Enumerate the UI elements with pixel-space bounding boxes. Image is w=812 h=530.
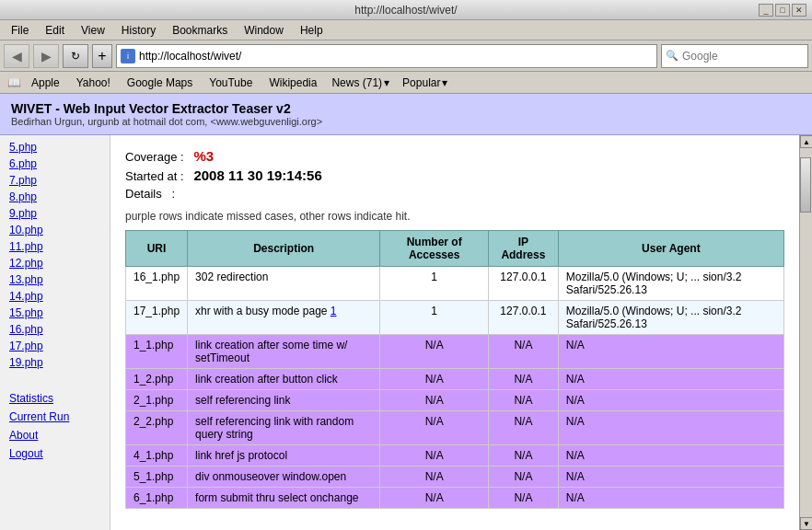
cell-ip: 127.0.0.1 xyxy=(489,267,559,301)
cell-accesses: 1 xyxy=(380,301,489,335)
bookmark-googlemaps[interactable]: Google Maps xyxy=(120,75,200,91)
cell-ip: N/A xyxy=(489,390,559,411)
main-content: WIVET - Web Input Vector Extractor Tease… xyxy=(0,94,812,530)
cell-ip: N/A xyxy=(489,467,559,488)
col-uri: URI xyxy=(126,231,188,267)
menu-file[interactable]: File xyxy=(4,22,36,39)
cell-accesses: N/A xyxy=(380,369,489,390)
sidebar-link-15php[interactable]: 15.php xyxy=(0,305,110,321)
close-button[interactable]: ✕ xyxy=(792,4,806,17)
window-title: http://localhost/wivet/ xyxy=(354,4,457,17)
page-link[interactable]: 1 xyxy=(331,305,337,317)
bookmark-youtube[interactable]: YouTube xyxy=(202,75,260,91)
bookmark-popular[interactable]: Popular ▾ xyxy=(397,75,453,91)
started-value: 2008 11 30 19:14:56 xyxy=(193,167,321,183)
table-row: 4_1.php link href js protocol N/A N/A N/… xyxy=(126,445,784,467)
sidebar-link-5php[interactable]: 5.php xyxy=(0,139,110,156)
back-button[interactable]: ◀ xyxy=(4,44,29,68)
scrollbar-thumb[interactable] xyxy=(800,157,811,213)
window-controls[interactable]: _ □ ✕ xyxy=(759,4,806,17)
cell-ip: 127.0.0.1 xyxy=(489,301,559,335)
menu-history[interactable]: History xyxy=(114,22,163,39)
sidebar-statistics[interactable]: Statistics xyxy=(0,389,110,408)
address-input[interactable] xyxy=(139,50,653,63)
page-content: Coverage : %3 Started at : 2008 11 30 19… xyxy=(110,135,799,530)
table-row: 16_1.php 302 redirection 1 127.0.0.1 Moz… xyxy=(126,267,784,301)
search-input[interactable] xyxy=(682,50,783,63)
table-row: 1_2.php link creation after button click… xyxy=(126,369,784,390)
sidebar-about[interactable]: About xyxy=(0,426,110,444)
details-line: Details : xyxy=(125,187,784,201)
sidebar-link-17php[interactable]: 17.php xyxy=(0,338,110,354)
started-label: Started at : xyxy=(125,169,184,183)
bookmark-apple[interactable]: Apple xyxy=(24,75,67,91)
cell-description: self referencing link with random query … xyxy=(188,411,380,445)
cell-agent: N/A xyxy=(558,390,783,411)
cell-agent: Mozilla/5.0 (Windows; U; ... sion/3.2 Sa… xyxy=(558,267,783,301)
col-ip: IP Address xyxy=(489,231,559,267)
maximize-button[interactable]: □ xyxy=(775,4,790,17)
coverage-label: Coverage : xyxy=(125,150,184,164)
cell-uri: 1_1.php xyxy=(126,335,188,369)
menu-window[interactable]: Window xyxy=(237,22,291,39)
cell-uri: 5_1.php xyxy=(126,467,188,488)
cell-description: xhr with a busy mode page 1 xyxy=(188,301,380,335)
scrollbar-track[interactable] xyxy=(800,148,812,517)
sidebar-link-12php[interactable]: 12.php xyxy=(0,255,110,271)
cell-agent: N/A xyxy=(558,467,783,488)
sidebar-link-16php[interactable]: 16.php xyxy=(0,321,110,338)
bookmark-yahoo[interactable]: Yahoo! xyxy=(69,75,118,91)
bookmark-wikipedia[interactable]: Wikipedia xyxy=(261,75,324,91)
address-bar[interactable]: i xyxy=(116,44,657,68)
cell-agent: N/A xyxy=(558,335,783,369)
table-row: 5_1.php div onmouseover window.open N/A … xyxy=(126,467,784,488)
page-header: WIVET - Web Input Vector Extractor Tease… xyxy=(0,94,812,135)
cell-ip: N/A xyxy=(489,488,559,509)
coverage-value: %3 xyxy=(193,148,214,164)
hint-text: purple rows indicate missed cases, other… xyxy=(125,210,784,223)
menu-edit[interactable]: Edit xyxy=(38,22,72,39)
sidebar-link-8php[interactable]: 8.php xyxy=(0,189,110,205)
menu-bookmarks[interactable]: Bookmarks xyxy=(165,22,235,39)
toolbar: ◀ ▶ ↻ + i 🔍 xyxy=(0,40,812,72)
scroll-down-button[interactable]: ▼ xyxy=(800,517,812,530)
table-row: 2_1.php self referencing link N/A N/A N/… xyxy=(126,390,784,411)
bookmarks-icon[interactable]: 📖 xyxy=(6,75,22,91)
sidebar-link-6php[interactable]: 6.php xyxy=(0,156,110,172)
sidebar-link-11php[interactable]: 11.php xyxy=(0,238,110,255)
cell-accesses: N/A xyxy=(380,390,489,411)
bookmark-news[interactable]: News (71) ▾ xyxy=(326,75,395,91)
cell-uri: 2_1.php xyxy=(126,390,188,411)
bookmarks-bar: 📖 Apple Yahoo! Google Maps YouTube Wikip… xyxy=(0,72,812,94)
cell-description: 302 redirection xyxy=(188,267,380,301)
cell-description: link href js protocol xyxy=(188,445,380,467)
minimize-button[interactable]: _ xyxy=(759,4,773,17)
cell-agent: N/A xyxy=(558,445,783,467)
forward-button[interactable]: ▶ xyxy=(33,44,59,68)
cell-uri: 4_1.php xyxy=(126,445,188,467)
new-tab-button[interactable]: + xyxy=(92,44,112,68)
sidebar-link-9php[interactable]: 9.php xyxy=(0,205,110,222)
sidebar-link-13php[interactable]: 13.php xyxy=(0,271,110,288)
cell-accesses: N/A xyxy=(380,445,489,467)
title-bar: http://localhost/wivet/ _ □ ✕ xyxy=(0,0,812,20)
cell-description: link creation after some time w/ setTime… xyxy=(188,335,380,369)
menu-view[interactable]: View xyxy=(74,22,112,39)
scroll-up-button[interactable]: ▲ xyxy=(800,135,812,148)
search-bar[interactable]: 🔍 xyxy=(661,44,808,68)
cell-accesses: N/A xyxy=(380,335,489,369)
sidebar-link-14php[interactable]: 14.php xyxy=(0,288,110,305)
sidebar-link-10php[interactable]: 10.php xyxy=(0,222,110,238)
col-accesses: Number of Accesses xyxy=(380,231,489,267)
table-row: 2_2.php self referencing link with rando… xyxy=(126,411,784,445)
menu-help[interactable]: Help xyxy=(293,22,331,39)
sidebar-current-run[interactable]: Current Run xyxy=(0,408,110,426)
cell-uri: 17_1.php xyxy=(126,301,188,335)
sidebar-logout[interactable]: Logout xyxy=(0,444,110,463)
sidebar-link-7php[interactable]: 7.php xyxy=(0,172,110,189)
cell-ip: N/A xyxy=(489,335,559,369)
sidebar-link-19php[interactable]: 19.php xyxy=(0,354,110,371)
cell-agent: N/A xyxy=(558,411,783,445)
reload-button[interactable]: ↻ xyxy=(63,44,88,68)
right-scrollbar[interactable]: ▲ ▼ xyxy=(799,135,812,530)
